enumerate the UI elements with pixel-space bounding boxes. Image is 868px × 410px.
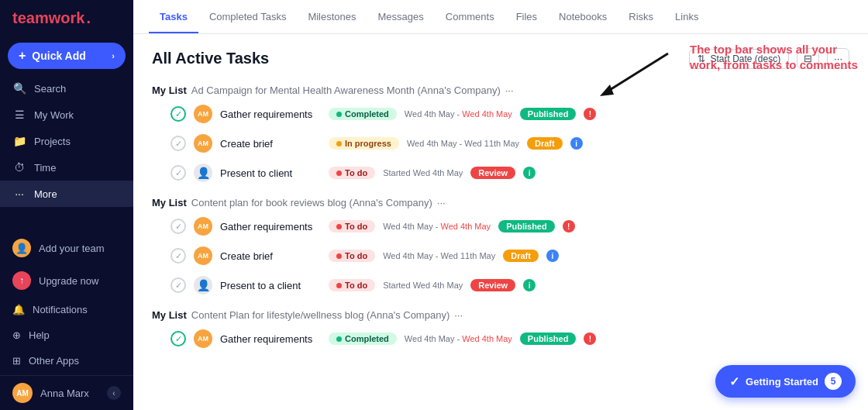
task-check-1-2[interactable]: ✓ <box>170 136 186 151</box>
review-pill: Review <box>470 279 515 291</box>
svg-marker-1 <box>600 84 614 96</box>
getting-started-button[interactable]: ✓ Getting Started 5 <box>715 365 856 398</box>
sidebar-item-time[interactable]: ⏱ Time <box>0 154 133 181</box>
group-project-3: Content Plan for lifestyle/wellness blog… <box>191 309 450 321</box>
plus-icon: + <box>19 49 26 63</box>
task-check-2-3[interactable]: ✓ <box>170 277 186 293</box>
avatar: AM <box>194 105 212 123</box>
help-icon: ⊕ <box>12 329 21 341</box>
info-icon[interactable]: i <box>546 250 559 262</box>
task-check-2-1[interactable]: ✓ <box>170 219 186 234</box>
status-badge: Completed <box>329 332 397 345</box>
upgrade-icon: ↑ <box>12 271 31 290</box>
sidebar-upgrade[interactable]: ↑ Upgrade now <box>0 264 133 297</box>
info-icon[interactable]: ! <box>584 332 596 345</box>
task-dates: Wed 4th May - Wed 11th May <box>407 139 519 148</box>
avatar: AM <box>194 217 212 236</box>
task-check-1-3[interactable]: ✓ <box>170 165 186 181</box>
task-check-1-1[interactable]: ✓ <box>170 106 186 122</box>
sidebar-add-team[interactable]: 👤 Add your team <box>0 232 133 264</box>
draft-pill: Draft <box>503 250 539 262</box>
info-icon[interactable]: i <box>523 279 536 291</box>
sidebar-help[interactable]: ⊕ Help <box>0 322 133 348</box>
group-more-icon[interactable]: ··· <box>437 197 446 208</box>
avatar: AM <box>12 383 33 403</box>
task-dates: Wed 4th May - Wed 4th May <box>405 334 512 343</box>
getting-started-label: Getting Started <box>746 376 818 388</box>
table-row: ✓ AM Gather requirements Completed Wed 4… <box>152 324 849 353</box>
quick-add-label: Quick Add <box>32 50 86 62</box>
table-row: ✓ AM Create brief In progress Wed 4th Ma… <box>152 129 849 158</box>
sidebar-item-search[interactable]: 🔍 Search <box>0 75 133 102</box>
sidebar-item-projects[interactable]: 📁 Projects <box>0 128 133 154</box>
task-name: Create brief <box>220 138 321 150</box>
status-badge: In progress <box>329 137 399 150</box>
table-row: ✓ AM Gather requirements To do Wed 4th M… <box>152 212 849 241</box>
tab-comments[interactable]: Comments <box>435 0 505 33</box>
page-title: All Active Tasks <box>152 50 269 67</box>
sidebar-item-label: Projects <box>34 136 71 147</box>
notifications-label: Notifications <box>33 304 88 315</box>
group-more-icon[interactable]: ··· <box>454 309 463 321</box>
search-icon: 🔍 <box>12 82 26 95</box>
getting-started-count: 5 <box>825 373 842 390</box>
annotation-text: The top bar shows all your work, from ta… <box>690 42 860 72</box>
sidebar-user[interactable]: AM Anna Marx ‹ <box>0 375 133 410</box>
published-pill: Published <box>520 332 577 345</box>
avatar: AM <box>194 134 212 153</box>
info-icon[interactable]: i <box>570 137 583 150</box>
collapse-icon[interactable]: ‹ <box>107 386 121 400</box>
quick-add-button[interactable]: + Quick Add › <box>8 43 126 69</box>
group-list-label: My List <box>152 84 187 96</box>
sidebar-item-label: My Work <box>34 109 74 121</box>
task-dates: Wed 4th May - Wed 4th May <box>383 222 491 231</box>
tab-risks[interactable]: Risks <box>618 0 664 33</box>
task-dates: Wed 4th May - Wed 11th May <box>383 251 495 260</box>
tab-tasks[interactable]: Tasks <box>149 0 198 33</box>
info-icon[interactable]: i <box>523 167 536 179</box>
grid-icon: ⊞ <box>12 355 21 367</box>
status-badge: To do <box>329 279 375 291</box>
review-pill: Review <box>470 167 515 179</box>
group-project-1: Ad Campaign for Mental Health Awareness … <box>191 84 501 96</box>
upgrade-label: Upgrade now <box>39 275 98 287</box>
logo-text: teamwork <box>12 9 84 27</box>
chevron-right-icon: › <box>112 51 115 60</box>
tab-files[interactable]: Files <box>505 0 548 33</box>
group-list-label: My List <box>152 197 187 208</box>
sidebar-notifications[interactable]: 🔔 Notifications <box>0 297 133 322</box>
group-list-label: My List <box>152 309 187 321</box>
task-group-3: My List Content Plan for lifestyle/welln… <box>133 303 868 357</box>
task-check-2-2[interactable]: ✓ <box>170 248 186 264</box>
group-header-2: My List Content plan for book reviews bl… <box>152 191 849 212</box>
task-check-3-1[interactable]: ✓ <box>170 331 186 346</box>
task-dates: Wed 4th May - Wed 4th May <box>405 109 512 119</box>
avatar: AM <box>194 329 212 348</box>
group-more-icon[interactable]: ··· <box>505 84 514 96</box>
tab-links[interactable]: Links <box>664 0 709 33</box>
check-circle-icon: ✓ <box>729 374 739 389</box>
sidebar-other-apps[interactable]: ⊞ Other Apps <box>0 348 133 374</box>
arrow-svg <box>591 42 684 104</box>
task-name: Gather requirements <box>220 221 321 233</box>
task-dates: Started Wed 4th May <box>383 281 463 290</box>
tab-notebooks[interactable]: Notebooks <box>548 0 618 33</box>
info-icon[interactable]: ! <box>584 108 596 120</box>
avatar: 👤 <box>194 164 212 182</box>
logo-dot: . <box>86 9 91 27</box>
svg-line-0 <box>606 53 668 92</box>
task-name: Present to a client <box>220 280 321 291</box>
sidebar-item-mywork[interactable]: ☰ My Work <box>0 102 133 128</box>
user-initials: AM <box>16 389 29 398</box>
tab-messages[interactable]: Messages <box>367 0 435 33</box>
status-badge: To do <box>329 220 375 233</box>
info-icon[interactable]: ! <box>563 220 575 233</box>
tab-milestones[interactable]: Milestones <box>297 0 367 33</box>
sidebar-item-more[interactable]: ··· More <box>0 181 133 207</box>
help-label: Help <box>29 329 50 341</box>
tab-completed-tasks[interactable]: Completed Tasks <box>198 0 297 33</box>
published-pill: Published <box>520 108 577 120</box>
sidebar: teamwork. + Quick Add › 🔍 Search ☰ My Wo… <box>0 0 133 410</box>
clock-icon: ⏱ <box>12 161 26 174</box>
draft-pill: Draft <box>527 137 563 150</box>
